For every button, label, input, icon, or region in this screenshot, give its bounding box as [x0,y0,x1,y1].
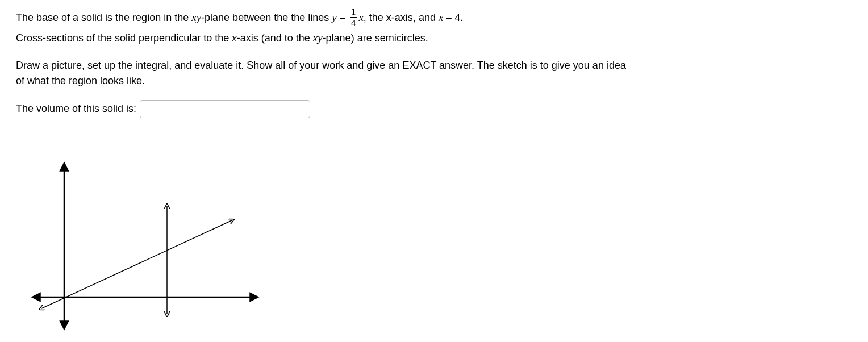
text-segment: -plane) are semicircles. [323,32,428,44]
text-segment: -axis (and to the [237,32,313,44]
math-four: 4. [455,11,463,23]
text-segment: Cross-sections of the solid perpendicula… [16,32,232,44]
problem-line-2: Cross-sections of the solid perpendicula… [16,30,852,47]
math-eq: = [337,11,348,23]
text-segment: , the x-axis, and [364,12,439,23]
answer-input[interactable] [140,100,310,118]
math-y: y [332,11,336,23]
sketch-svg [27,158,266,334]
math-xy: xy [313,32,323,44]
math-fraction: 14 [350,7,357,28]
math-x: x [232,32,236,44]
diagonal-line [41,220,232,308]
math-x: x [358,11,363,23]
answer-row: The volume of this solid is: [16,100,852,118]
fraction-numerator: 1 [350,7,357,18]
problem-instructions: Draw a picture, set up the integral, and… [16,58,632,89]
math-xy: xy [191,11,201,23]
fraction-denominator: 4 [350,18,357,28]
text-segment: The base of a solid is the region in the [16,12,191,23]
answer-label: The volume of this solid is: [16,103,136,115]
text-segment: -plane between the the lines [201,12,332,23]
math-eq: = [443,11,454,23]
sketch-figure [27,158,852,337]
problem-line-1: The base of a solid is the region in the… [16,8,852,29]
